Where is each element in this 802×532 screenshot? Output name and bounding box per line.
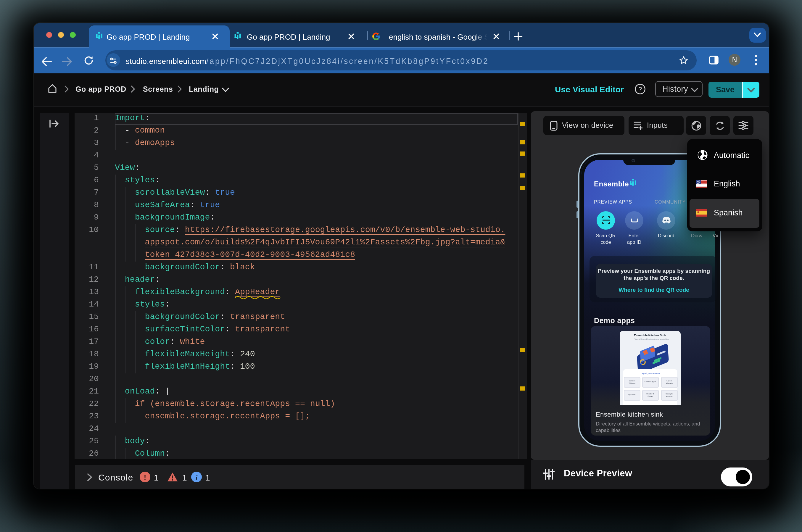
svg-text:?: ? [638, 86, 642, 93]
